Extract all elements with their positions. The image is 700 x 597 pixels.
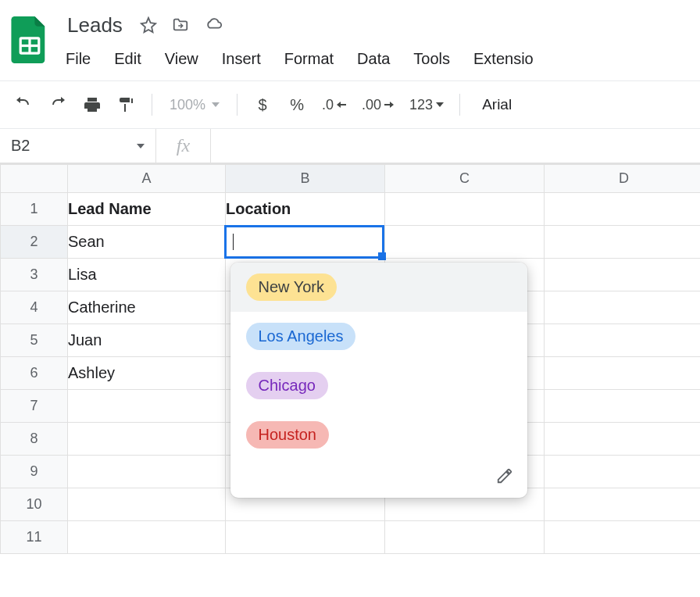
cell-D3[interactable] [545, 259, 701, 291]
zoom-select[interactable]: 100% [163, 97, 226, 113]
spreadsheet-grid[interactable]: A B C D 1 Lead Name Location 2 Sean [0, 163, 700, 554]
cell-A11[interactable] [68, 521, 226, 554]
print-button[interactable] [78, 91, 106, 119]
menu-insert[interactable]: Insert [211, 45, 272, 73]
decrease-decimal-button[interactable]: .0 [317, 97, 351, 113]
menu-edit[interactable]: Edit [103, 45, 152, 73]
column-header-D[interactable]: D [545, 165, 701, 193]
row-header-9[interactable]: 9 [1, 456, 68, 488]
menu-format[interactable]: Format [273, 45, 345, 73]
dropdown-chip: Houston [246, 421, 330, 449]
sheets-logo[interactable] [9, 13, 50, 67]
font-select[interactable]: Arial [471, 96, 523, 113]
select-all-corner[interactable] [1, 165, 68, 193]
paint-format-button[interactable] [112, 91, 141, 119]
dropdown-chip: Chicago [246, 372, 328, 399]
menu-bar: File Edit View Insert Format Data Tools … [62, 45, 691, 73]
cell-C11[interactable] [385, 521, 545, 554]
cell-A3[interactable]: Lisa [68, 259, 226, 291]
cell-C1[interactable] [385, 193, 545, 226]
column-header-B[interactable]: B [226, 165, 385, 193]
zoom-value: 100% [170, 97, 205, 113]
dropdown-option[interactable]: New York [230, 263, 527, 312]
dropdown-option[interactable]: Los Angeles [230, 312, 527, 361]
cloud-status-icon[interactable] [204, 16, 224, 34]
cell-D11[interactable] [545, 521, 701, 554]
chevron-down-icon [212, 102, 220, 107]
row-header-2[interactable]: 2 [1, 226, 68, 259]
cell-A10[interactable] [68, 488, 226, 521]
name-box-value: B2 [11, 137, 30, 155]
dropdown-option[interactable]: Chicago [230, 361, 527, 410]
format-percent-button[interactable]: % [283, 91, 311, 119]
undo-button[interactable] [9, 91, 38, 119]
cell-D4[interactable] [545, 291, 701, 324]
menu-extensions[interactable]: Extensio [462, 45, 545, 73]
cell-B2[interactable] [226, 226, 385, 259]
fx-label: fx [156, 129, 211, 163]
row-header-7[interactable]: 7 [1, 390, 68, 423]
document-title[interactable]: Leads [62, 12, 127, 39]
dropdown-chip: New York [246, 273, 338, 301]
data-validation-dropdown[interactable]: New York Los Angeles Chicago Houston [230, 263, 527, 498]
cell-D9[interactable] [545, 456, 701, 488]
chevron-down-icon [137, 144, 145, 148]
cell-A8[interactable] [68, 423, 226, 456]
menu-view[interactable]: View [154, 45, 209, 73]
cell-D5[interactable] [545, 324, 701, 357]
cell-A5[interactable]: Juan [68, 324, 226, 357]
cell-A9[interactable] [68, 456, 226, 488]
redo-button[interactable] [44, 91, 72, 119]
cell-A4[interactable]: Catherine [68, 291, 226, 324]
cell-D8[interactable] [545, 423, 701, 456]
cell-A1[interactable]: Lead Name [68, 193, 226, 226]
cell-D7[interactable] [545, 390, 701, 423]
cell-B11[interactable] [226, 521, 385, 554]
toolbar: 100% $ % .0 .00 123 Arial [9, 88, 691, 122]
menu-data[interactable]: Data [346, 45, 401, 73]
increase-decimal-button[interactable]: .00 [357, 97, 398, 113]
cell-C2[interactable] [385, 226, 545, 259]
cell-D10[interactable] [545, 488, 701, 521]
star-icon[interactable] [140, 16, 157, 34]
cell-A2[interactable]: Sean [68, 226, 226, 259]
cell-D6[interactable] [545, 357, 701, 390]
dropdown-option[interactable]: Houston [230, 410, 527, 459]
formula-input[interactable] [211, 129, 700, 163]
column-header-A[interactable]: A [68, 165, 226, 193]
menu-tools[interactable]: Tools [402, 45, 461, 73]
row-header-10[interactable]: 10 [1, 488, 68, 521]
menu-file[interactable]: File [62, 45, 102, 73]
row-header-11[interactable]: 11 [1, 521, 68, 554]
format-currency-button[interactable]: $ [248, 91, 277, 119]
row-header-6[interactable]: 6 [1, 357, 68, 390]
name-box[interactable]: B2 [0, 129, 156, 163]
dropdown-chip: Los Angeles [246, 323, 356, 350]
edit-dropdown-icon[interactable] [496, 467, 513, 487]
row-header-8[interactable]: 8 [1, 423, 68, 456]
row-header-1[interactable]: 1 [1, 193, 68, 226]
cell-D1[interactable] [545, 193, 701, 226]
cell-B1[interactable]: Location [226, 193, 385, 226]
row-header-5[interactable]: 5 [1, 324, 68, 357]
cell-D2[interactable] [545, 226, 701, 259]
column-header-C[interactable]: C [385, 165, 545, 193]
move-icon[interactable] [171, 16, 190, 34]
cell-A6[interactable]: Ashley [68, 357, 226, 390]
row-header-4[interactable]: 4 [1, 291, 68, 324]
chevron-down-icon [436, 102, 444, 107]
row-header-3[interactable]: 3 [1, 259, 68, 291]
cell-A7[interactable] [68, 390, 226, 423]
more-formats-button[interactable]: 123 [405, 97, 448, 113]
